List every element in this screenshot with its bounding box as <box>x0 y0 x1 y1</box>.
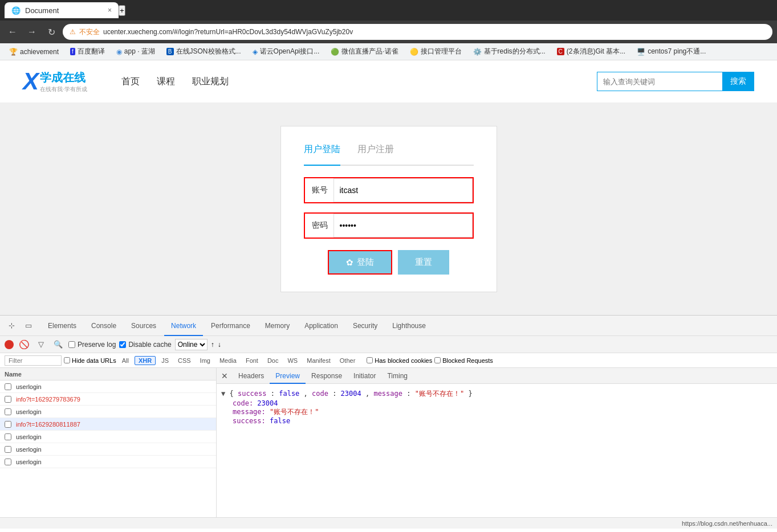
json-code-key-inline: code <box>312 390 328 398</box>
throttle-select[interactable]: Online <box>175 339 208 350</box>
preserve-log-input[interactable] <box>68 341 75 348</box>
network-item-1[interactable]: userlogin <box>0 380 216 393</box>
filter-manifest[interactable]: Manifest <box>303 357 334 365</box>
filter-doc[interactable]: Doc <box>264 357 282 365</box>
login-container: 用户登陆 用户注册 账号 密码 ✿ 登陆 重置 <box>280 126 497 292</box>
devtools-tab-elements[interactable]: Elements <box>41 316 83 336</box>
active-tab[interactable]: 🌐 Document × <box>5 2 119 18</box>
devtools-tab-sources[interactable]: Sources <box>124 316 163 336</box>
record-button[interactable] <box>5 340 14 349</box>
detail-tab-initiator[interactable]: Initiator <box>348 368 381 384</box>
new-tab-button[interactable]: + <box>119 5 125 16</box>
nav-courses[interactable]: 课程 <box>157 76 175 88</box>
network-item-6[interactable]: userlogin <box>0 443 216 456</box>
filter-js[interactable]: JS <box>158 357 172 365</box>
filter-button[interactable]: ▽ <box>34 338 48 351</box>
disable-cache-checkbox[interactable]: Disable cache <box>119 341 171 349</box>
logo-area: X 学成在线 在线有我·学有所成 <box>23 69 87 93</box>
preserve-log-checkbox[interactable]: Preserve log <box>68 341 116 349</box>
devtools-tab-performance[interactable]: Performance <box>204 316 257 336</box>
filter-font[interactable]: Font <box>242 357 262 365</box>
clear-button[interactable]: 🚫 <box>17 338 31 351</box>
blocked-cookies-input[interactable] <box>367 357 373 363</box>
detail-tab-response[interactable]: Response <box>306 368 348 384</box>
item-2-checkbox[interactable] <box>5 396 11 403</box>
bookmark-nuoyun[interactable]: ◈ 诺云OpenApi接口... <box>248 46 324 58</box>
item-3-checkbox[interactable] <box>5 408 11 415</box>
network-item-2[interactable]: info?t=1629279783679 <box>0 393 216 406</box>
devtools-toolbar: ⊹ ▭ Elements Console Sources Network Per… <box>0 316 777 336</box>
bookmark-achievement[interactable]: 🏆 achievement <box>5 47 63 57</box>
item-7-checkbox[interactable] <box>5 459 11 465</box>
network-item-7[interactable]: userlogin <box>0 456 216 468</box>
devtools-tab-console[interactable]: Console <box>84 316 123 336</box>
detail-tab-headers[interactable]: Headers <box>233 368 270 384</box>
filter-input[interactable] <box>5 355 62 366</box>
filter-media[interactable]: Media <box>216 357 240 365</box>
blocked-requests-checkbox[interactable]: Blocked Requests <box>434 357 493 364</box>
bookmark-centos7[interactable]: 🖥️ centos7 ping不通... <box>632 46 710 58</box>
search-button[interactable]: 搜索 <box>722 72 754 91</box>
login-button[interactable]: ✿ 登陆 <box>328 250 392 275</box>
site-header: X 学成在线 在线有我·学有所成 首页 课程 职业规划 搜索 <box>0 60 777 103</box>
login-btn-label: 登陆 <box>357 257 374 268</box>
back-button[interactable]: ← <box>5 24 21 40</box>
item-6-checkbox[interactable] <box>5 446 11 453</box>
network-item-3[interactable]: userlogin <box>0 406 216 418</box>
filter-xhr[interactable]: XHR <box>135 356 156 365</box>
devtools-tab-application[interactable]: Application <box>298 316 345 336</box>
filter-css[interactable]: CSS <box>174 357 194 365</box>
site-navigation: 首页 课程 职业规划 <box>121 76 229 88</box>
json-success-key-2: success: <box>233 417 266 425</box>
detail-tab-preview[interactable]: Preview <box>270 368 306 384</box>
blocked-cookies-checkbox[interactable]: Has blocked cookies <box>367 357 432 364</box>
blocked-requests-input[interactable] <box>434 357 441 363</box>
address-bar[interactable]: ⚠ 不安全 ucenter.xuecheng.com/#/login?retur… <box>63 24 772 40</box>
network-item-5[interactable]: userlogin <box>0 431 216 443</box>
disable-cache-input[interactable] <box>119 341 126 348</box>
hide-data-urls-checkbox[interactable]: Hide data URLs <box>64 357 116 364</box>
bookmark-json[interactable]: B 在线JSON校验格式... <box>162 46 246 58</box>
detail-close-button[interactable]: ✕ <box>221 371 228 380</box>
item-4-checkbox[interactable] <box>5 421 11 428</box>
nav-career[interactable]: 职业规划 <box>192 76 229 88</box>
tab-login[interactable]: 用户登陆 <box>304 144 340 166</box>
detail-tab-timing[interactable]: Timing <box>381 368 413 384</box>
filter-img[interactable]: Img <box>197 357 214 365</box>
json-collapse-icon[interactable]: ▼ <box>221 390 225 398</box>
bookmark-wechat[interactable]: 🟢 微信直播产品·诺雀 <box>326 46 402 58</box>
bookmark-git[interactable]: C (2条消息)Git 基本... <box>552 46 630 58</box>
tab-register[interactable]: 用户注册 <box>357 144 394 160</box>
filter-ws[interactable]: WS <box>284 357 301 365</box>
device-icon-btn[interactable]: ▭ <box>22 319 35 333</box>
json-success-val-inline: false <box>279 390 299 398</box>
search-input[interactable] <box>597 72 722 91</box>
devtools-tab-network[interactable]: Network <box>164 316 203 336</box>
username-input[interactable] <box>333 178 473 202</box>
hide-data-urls-input[interactable] <box>64 357 70 363</box>
tab-close-button[interactable]: × <box>108 6 112 14</box>
forward-button[interactable]: → <box>24 24 40 40</box>
reset-button[interactable]: 重置 <box>398 250 449 275</box>
password-input[interactable] <box>333 214 473 238</box>
item-5-checkbox[interactable] <box>5 433 11 440</box>
filter-other[interactable]: Other <box>336 357 359 365</box>
bookmark-baidu-translate[interactable]: f 百度翻译 <box>66 46 109 58</box>
search-button-devtools[interactable]: 🔍 <box>51 338 65 351</box>
devtools-tab-security[interactable]: Security <box>346 316 384 336</box>
bookmark-interface[interactable]: 🟡 接口管理平台 <box>405 46 466 58</box>
bookmark-favicon: B <box>166 48 174 55</box>
cursor-icon-btn[interactable]: ⊹ <box>5 319 18 333</box>
item-1-checkbox[interactable] <box>5 383 11 390</box>
devtools-tab-memory[interactable]: Memory <box>258 316 296 336</box>
devtools-tab-lighthouse[interactable]: Lighthouse <box>385 316 433 336</box>
refresh-button[interactable]: ↻ <box>43 24 59 40</box>
tab-bar: 🌐 Document × + <box>0 0 777 21</box>
nav-bar: ← → ↻ ⚠ 不安全 ucenter.xuecheng.com/#/login… <box>0 21 777 43</box>
filter-all[interactable]: All <box>119 357 132 365</box>
json-success-line: success: false <box>221 417 772 425</box>
nav-home[interactable]: 首页 <box>121 76 140 88</box>
network-item-4[interactable]: info?t=1629280811887 <box>0 418 216 431</box>
bookmark-redis[interactable]: ⚙️ 基于redis的分布式... <box>469 46 550 58</box>
bookmark-app-lanhhu[interactable]: ◉ app · 蓝湖 <box>112 46 160 58</box>
